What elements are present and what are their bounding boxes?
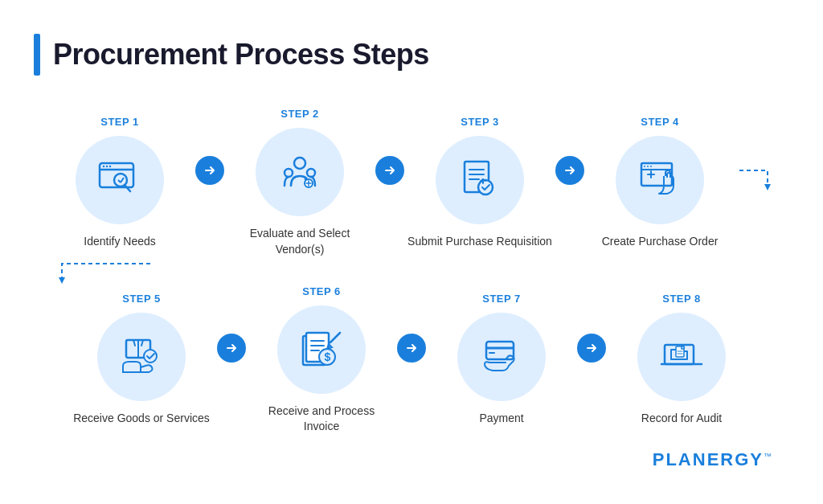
svg-point-34 [144, 350, 157, 363]
step-4-label: STEP 4 [641, 116, 679, 128]
svg-point-11 [307, 169, 315, 177]
arrow-circle-1-2 [195, 156, 224, 185]
arrow-icon-1-2 [203, 163, 217, 178]
step-6-desc: Receive and Process Invoice [249, 404, 394, 435]
step-2-desc: Evaluate and Select Vendor(s) [227, 226, 372, 257]
step-5-label: STEP 5 [122, 293, 161, 305]
steps-row-2: STEP 5 Receive Goods or Services [34, 277, 789, 443]
arrow-2-3 [372, 156, 407, 185]
step-6: STEP 6 $ Receive and Process In [249, 285, 394, 435]
step-7-label: STEP 7 [482, 293, 521, 305]
step-8-desc: Record for Audit [641, 411, 722, 427]
step-8-label: STEP 8 [662, 293, 701, 305]
arrow-icon-7-8 [584, 341, 599, 355]
step-3-icon-circle [436, 136, 524, 224]
step-2-icon [276, 149, 323, 195]
page-title: Procurement Process Steps [53, 38, 429, 72]
step-3: STEP 3 Submit Purchase Requisition [407, 116, 552, 250]
step-4-icon [637, 157, 683, 203]
arrow-icon-2-3 [383, 163, 397, 178]
svg-text:$: $ [325, 350, 331, 363]
step-5-desc: Receive Goods or Services [73, 411, 210, 427]
step-5-icon-circle [97, 313, 186, 401]
arrow-circle-6-7 [397, 334, 426, 363]
svg-point-20 [478, 180, 493, 195]
step-8-icon-circle [637, 313, 726, 401]
title-row: Procurement Process Steps [34, 34, 789, 76]
logo-text: PLANERGY™ [653, 449, 773, 469]
arrow-circle-5-6 [217, 334, 246, 363]
svg-point-9 [294, 158, 305, 169]
step-1-desc: Identify Needs [84, 234, 156, 250]
arrow-1-2 [192, 156, 227, 185]
step-4: STEP 4 Create Purchase Order [588, 116, 732, 250]
step-1: STEP 1 Identify Needs [47, 116, 192, 250]
steps-row-1: STEP 1 Identify Needs [34, 100, 789, 265]
step-5: STEP 5 Receive Goods or Services [69, 293, 214, 427]
step-3-desc: Submit Purchase Requisition [407, 234, 552, 250]
step-7: STEP 7 Payment [429, 293, 574, 427]
step-7-icon-circle [457, 313, 546, 401]
step-4-desc: Create Purchase Order [602, 234, 719, 250]
step-1-icon [96, 157, 143, 203]
step-3-label: STEP 3 [461, 116, 499, 128]
arrow-icon-5-6 [224, 341, 239, 355]
logo-tm: ™ [764, 451, 773, 460]
arrow-icon-6-7 [404, 341, 419, 355]
step-8: STEP 8 Record for Audit [609, 293, 754, 427]
svg-marker-28 [764, 184, 771, 191]
step-5-icon [118, 334, 165, 380]
step-1-icon-circle [76, 136, 164, 224]
step-2-icon-circle [256, 128, 344, 216]
arrow-7-8 [574, 334, 609, 363]
svg-rect-43 [486, 342, 514, 359]
step-7-icon [478, 334, 525, 380]
step-3-icon [457, 157, 503, 203]
step-7-desc: Payment [479, 411, 523, 427]
step-2: STEP 2 Evaluate and Select Vendor(s) [227, 108, 372, 257]
arrow-6-7 [394, 334, 429, 363]
dashed-corner-arrow [735, 150, 776, 191]
arrow-circle-7-8 [577, 334, 606, 363]
svg-point-10 [285, 169, 293, 177]
step-8-icon [658, 334, 705, 380]
step-1-label: STEP 1 [100, 116, 139, 128]
planergy-logo: PLANERGY™ [34, 449, 789, 470]
step-6-label: STEP 6 [302, 285, 341, 297]
svg-line-8 [121, 178, 124, 182]
arrow-circle-3-4 [555, 156, 584, 185]
step-2-label: STEP 2 [280, 108, 319, 120]
title-accent [34, 34, 40, 76]
step-4-icon-circle [616, 136, 704, 224]
main-container: Procurement Process Steps STEP 1 Iden [26, 18, 797, 486]
arrow-3-4 [552, 156, 588, 185]
logo-main-text: PLANERGY [653, 449, 764, 469]
svg-line-42 [330, 333, 340, 342]
arrow-icon-3-4 [563, 163, 577, 178]
step-6-icon-circle: $ [277, 305, 366, 394]
arrow-5-6 [214, 334, 249, 363]
svg-rect-49 [682, 346, 684, 349]
step-6-icon: $ [298, 326, 345, 373]
arrow-circle-2-3 [375, 156, 404, 185]
